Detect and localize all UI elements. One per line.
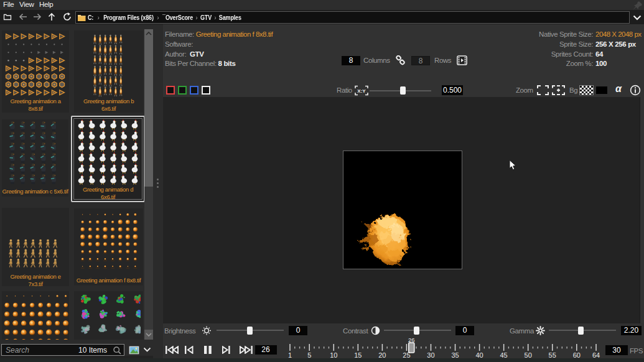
svg-text:26: 26 [408,336,415,343]
svg-text:X:Y: X:Y [357,88,366,94]
